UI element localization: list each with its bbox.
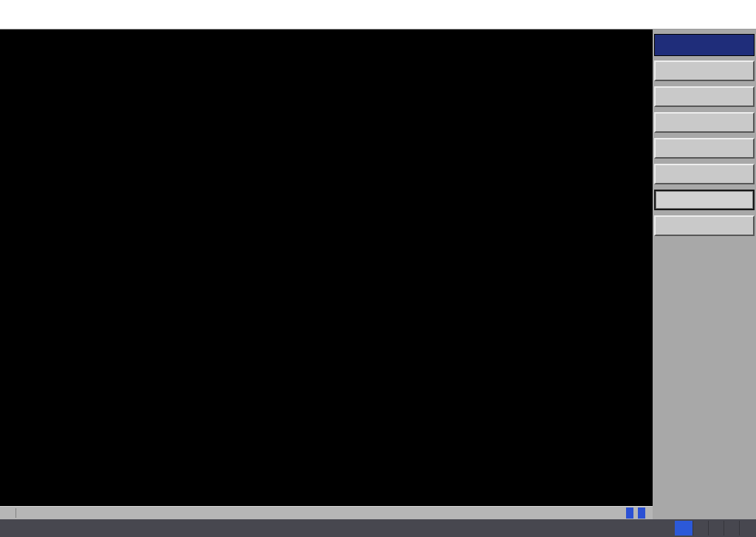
tr3-trace-label xyxy=(6,267,9,277)
tr3-quadrant[interactable] xyxy=(0,266,325,506)
plot-area xyxy=(0,30,653,506)
softkey-2-4[interactable] xyxy=(654,164,755,184)
tr2-trace-label xyxy=(331,32,334,42)
tr2-quadrant[interactable] xyxy=(325,30,653,266)
tr4-header[interactable] xyxy=(378,268,381,278)
menu-bar xyxy=(0,13,756,30)
softkey-1-3[interactable] xyxy=(654,86,755,107)
softkey-3-4[interactable] xyxy=(654,190,755,210)
instrument-status-bar xyxy=(0,519,756,537)
hold-status xyxy=(675,521,693,536)
softkey-return[interactable] xyxy=(654,215,755,236)
tr1-trace-label xyxy=(6,32,9,42)
tr4-trace-label xyxy=(378,268,381,278)
stop-status xyxy=(693,521,708,536)
softkey-1-4[interactable] xyxy=(654,112,755,133)
status-divider xyxy=(16,508,16,518)
svc-status xyxy=(724,521,739,536)
status-bar xyxy=(0,506,653,519)
datetime xyxy=(739,521,756,536)
tr3-header[interactable] xyxy=(6,267,9,277)
correction-badge xyxy=(638,507,645,519)
softkey-2-3[interactable] xyxy=(654,138,755,159)
tr1-header[interactable] xyxy=(6,32,9,42)
softkey-sidebar xyxy=(653,30,756,519)
points-badge xyxy=(626,507,633,519)
tr1-quadrant[interactable] xyxy=(0,30,325,266)
softkey-menu-title xyxy=(654,34,755,56)
extref-status xyxy=(708,521,724,536)
softkey-1-2[interactable] xyxy=(654,60,755,81)
tr2-header[interactable] xyxy=(331,32,334,42)
tr4-quadrant[interactable] xyxy=(325,266,653,506)
window-title xyxy=(0,0,756,13)
